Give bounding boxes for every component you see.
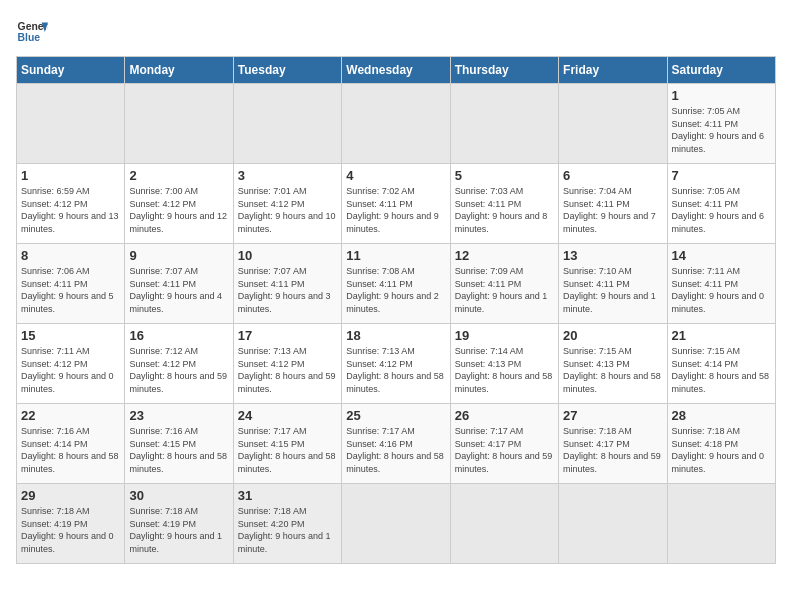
day-info: Sunrise: 7:04 AMSunset: 4:11 PMDaylight:… <box>563 185 662 235</box>
calendar-cell <box>450 84 558 164</box>
day-number: 1 <box>21 168 120 183</box>
day-info: Sunrise: 7:01 AMSunset: 4:12 PMDaylight:… <box>238 185 337 235</box>
day-number: 4 <box>346 168 445 183</box>
day-number: 14 <box>672 248 771 263</box>
day-info: Sunrise: 7:08 AMSunset: 4:11 PMDaylight:… <box>346 265 445 315</box>
day-info: Sunrise: 7:05 AMSunset: 4:11 PMDaylight:… <box>672 105 771 155</box>
calendar-cell <box>559 484 667 564</box>
day-info: Sunrise: 7:15 AMSunset: 4:14 PMDaylight:… <box>672 345 771 395</box>
calendar-cell: 13Sunrise: 7:10 AMSunset: 4:11 PMDayligh… <box>559 244 667 324</box>
day-number: 26 <box>455 408 554 423</box>
calendar-cell: 18Sunrise: 7:13 AMSunset: 4:12 PMDayligh… <box>342 324 450 404</box>
day-number: 13 <box>563 248 662 263</box>
calendar-cell <box>233 84 341 164</box>
calendar-cell: 21Sunrise: 7:15 AMSunset: 4:14 PMDayligh… <box>667 324 775 404</box>
calendar-cell <box>342 84 450 164</box>
day-number: 27 <box>563 408 662 423</box>
day-info: Sunrise: 7:11 AMSunset: 4:12 PMDaylight:… <box>21 345 120 395</box>
day-number: 21 <box>672 328 771 343</box>
day-info: Sunrise: 7:06 AMSunset: 4:11 PMDaylight:… <box>21 265 120 315</box>
day-info: Sunrise: 7:07 AMSunset: 4:11 PMDaylight:… <box>238 265 337 315</box>
day-info: Sunrise: 7:12 AMSunset: 4:12 PMDaylight:… <box>129 345 228 395</box>
calendar-cell: 24Sunrise: 7:17 AMSunset: 4:15 PMDayligh… <box>233 404 341 484</box>
calendar-cell <box>17 84 125 164</box>
day-info: Sunrise: 7:13 AMSunset: 4:12 PMDaylight:… <box>238 345 337 395</box>
day-number: 29 <box>21 488 120 503</box>
calendar-cell: 27Sunrise: 7:18 AMSunset: 4:17 PMDayligh… <box>559 404 667 484</box>
day-info: Sunrise: 7:09 AMSunset: 4:11 PMDaylight:… <box>455 265 554 315</box>
day-info: Sunrise: 7:07 AMSunset: 4:11 PMDaylight:… <box>129 265 228 315</box>
day-info: Sunrise: 7:05 AMSunset: 4:11 PMDaylight:… <box>672 185 771 235</box>
calendar-week-row: 1Sunrise: 6:59 AMSunset: 4:12 PMDaylight… <box>17 164 776 244</box>
day-info: Sunrise: 6:59 AMSunset: 4:12 PMDaylight:… <box>21 185 120 235</box>
day-number: 3 <box>238 168 337 183</box>
page-header: General Blue <box>16 16 776 48</box>
day-header: Thursday <box>450 57 558 84</box>
day-info: Sunrise: 7:18 AMSunset: 4:19 PMDaylight:… <box>129 505 228 555</box>
calendar-cell: 14Sunrise: 7:11 AMSunset: 4:11 PMDayligh… <box>667 244 775 324</box>
day-number: 8 <box>21 248 120 263</box>
day-number: 15 <box>21 328 120 343</box>
day-info: Sunrise: 7:15 AMSunset: 4:13 PMDaylight:… <box>563 345 662 395</box>
day-header: Wednesday <box>342 57 450 84</box>
calendar-cell: 3Sunrise: 7:01 AMSunset: 4:12 PMDaylight… <box>233 164 341 244</box>
calendar-cell <box>667 484 775 564</box>
calendar-cell: 19Sunrise: 7:14 AMSunset: 4:13 PMDayligh… <box>450 324 558 404</box>
calendar-cell: 31Sunrise: 7:18 AMSunset: 4:20 PMDayligh… <box>233 484 341 564</box>
day-info: Sunrise: 7:02 AMSunset: 4:11 PMDaylight:… <box>346 185 445 235</box>
day-info: Sunrise: 7:10 AMSunset: 4:11 PMDaylight:… <box>563 265 662 315</box>
day-info: Sunrise: 7:17 AMSunset: 4:17 PMDaylight:… <box>455 425 554 475</box>
calendar-week-row: 1Sunrise: 7:05 AMSunset: 4:11 PMDaylight… <box>17 84 776 164</box>
svg-text:Blue: Blue <box>18 32 41 43</box>
day-info: Sunrise: 7:14 AMSunset: 4:13 PMDaylight:… <box>455 345 554 395</box>
calendar-cell: 15Sunrise: 7:11 AMSunset: 4:12 PMDayligh… <box>17 324 125 404</box>
day-number: 5 <box>455 168 554 183</box>
day-number: 10 <box>238 248 337 263</box>
day-number: 17 <box>238 328 337 343</box>
day-number: 30 <box>129 488 228 503</box>
calendar-cell: 26Sunrise: 7:17 AMSunset: 4:17 PMDayligh… <box>450 404 558 484</box>
calendar-cell: 4Sunrise: 7:02 AMSunset: 4:11 PMDaylight… <box>342 164 450 244</box>
logo: General Blue <box>16 16 48 48</box>
calendar-cell: 1Sunrise: 6:59 AMSunset: 4:12 PMDaylight… <box>17 164 125 244</box>
day-info: Sunrise: 7:13 AMSunset: 4:12 PMDaylight:… <box>346 345 445 395</box>
calendar-cell <box>450 484 558 564</box>
calendar-cell: 12Sunrise: 7:09 AMSunset: 4:11 PMDayligh… <box>450 244 558 324</box>
calendar-cell: 11Sunrise: 7:08 AMSunset: 4:11 PMDayligh… <box>342 244 450 324</box>
day-number: 24 <box>238 408 337 423</box>
day-header: Saturday <box>667 57 775 84</box>
day-info: Sunrise: 7:18 AMSunset: 4:20 PMDaylight:… <box>238 505 337 555</box>
day-number: 31 <box>238 488 337 503</box>
calendar-cell: 5Sunrise: 7:03 AMSunset: 4:11 PMDaylight… <box>450 164 558 244</box>
day-info: Sunrise: 7:18 AMSunset: 4:17 PMDaylight:… <box>563 425 662 475</box>
day-number: 20 <box>563 328 662 343</box>
day-number: 1 <box>672 88 771 103</box>
calendar-week-row: 22Sunrise: 7:16 AMSunset: 4:14 PMDayligh… <box>17 404 776 484</box>
day-number: 18 <box>346 328 445 343</box>
calendar-cell: 9Sunrise: 7:07 AMSunset: 4:11 PMDaylight… <box>125 244 233 324</box>
calendar-week-row: 29Sunrise: 7:18 AMSunset: 4:19 PMDayligh… <box>17 484 776 564</box>
calendar-cell: 29Sunrise: 7:18 AMSunset: 4:19 PMDayligh… <box>17 484 125 564</box>
day-info: Sunrise: 7:16 AMSunset: 4:15 PMDaylight:… <box>129 425 228 475</box>
logo-icon: General Blue <box>16 16 48 48</box>
calendar-table: SundayMondayTuesdayWednesdayThursdayFrid… <box>16 56 776 564</box>
day-number: 2 <box>129 168 228 183</box>
calendar-cell: 30Sunrise: 7:18 AMSunset: 4:19 PMDayligh… <box>125 484 233 564</box>
day-number: 16 <box>129 328 228 343</box>
calendar-cell: 6Sunrise: 7:04 AMSunset: 4:11 PMDaylight… <box>559 164 667 244</box>
day-number: 9 <box>129 248 228 263</box>
day-number: 6 <box>563 168 662 183</box>
day-info: Sunrise: 7:03 AMSunset: 4:11 PMDaylight:… <box>455 185 554 235</box>
calendar-cell: 10Sunrise: 7:07 AMSunset: 4:11 PMDayligh… <box>233 244 341 324</box>
day-number: 23 <box>129 408 228 423</box>
day-info: Sunrise: 7:17 AMSunset: 4:16 PMDaylight:… <box>346 425 445 475</box>
calendar-cell: 25Sunrise: 7:17 AMSunset: 4:16 PMDayligh… <box>342 404 450 484</box>
day-info: Sunrise: 7:18 AMSunset: 4:18 PMDaylight:… <box>672 425 771 475</box>
calendar-cell: 1Sunrise: 7:05 AMSunset: 4:11 PMDaylight… <box>667 84 775 164</box>
day-info: Sunrise: 7:11 AMSunset: 4:11 PMDaylight:… <box>672 265 771 315</box>
calendar-cell <box>342 484 450 564</box>
day-number: 19 <box>455 328 554 343</box>
day-header: Friday <box>559 57 667 84</box>
days-header-row: SundayMondayTuesdayWednesdayThursdayFrid… <box>17 57 776 84</box>
day-info: Sunrise: 7:18 AMSunset: 4:19 PMDaylight:… <box>21 505 120 555</box>
